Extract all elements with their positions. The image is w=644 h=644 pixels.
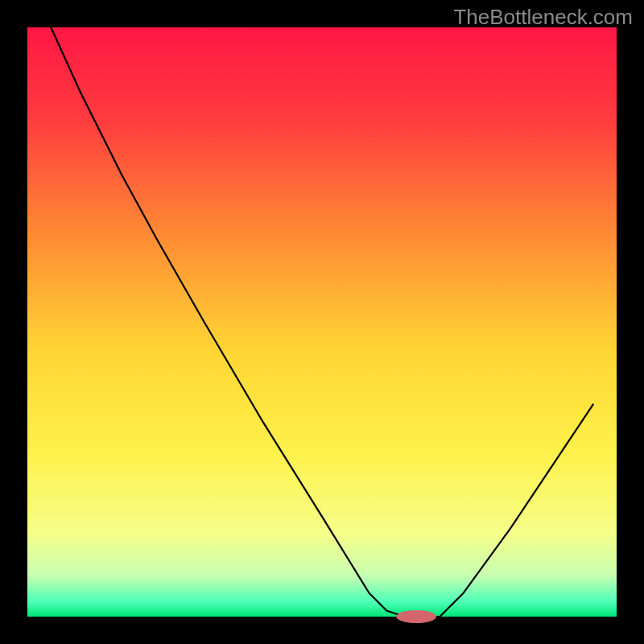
chart-container: TheBottleneck.com <box>0 0 644 644</box>
optimum-marker <box>396 610 436 623</box>
watermark-text: TheBottleneck.com <box>453 5 633 30</box>
plot-background <box>27 27 617 617</box>
bottleneck-chart <box>0 0 644 644</box>
